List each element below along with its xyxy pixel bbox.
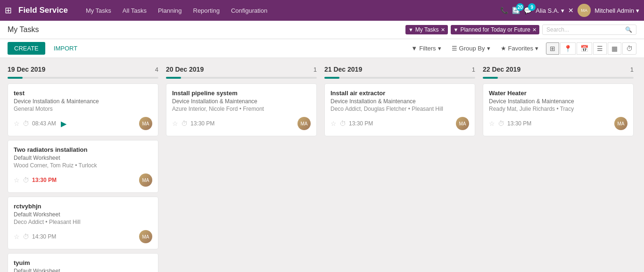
task-title-0-3: tyuim [14,259,152,266]
view-calendar[interactable]: 📅 [577,42,592,55]
favorites-caret: ▾ [535,45,538,52]
task-footer-left-2-0: ☆⏱13:30 PM [330,120,373,127]
task-footer-left-0-1: ☆⏱13:30 PM [14,176,57,184]
task-footer-left-1-0: ☆⏱13:30 PM [172,120,215,127]
task-card-2-0[interactable]: Install air extractorDevice Installation… [324,83,475,136]
task-avatar-0-0: MA [139,117,152,130]
toolbar: CREATE IMPORT ▼ Filters ▾ ☰ Group By ▾ ★… [0,39,644,58]
groupby-dropdown[interactable]: ☰ Group By ▾ [449,43,493,54]
column-date-2: 21 Dec 2019 [324,66,362,73]
admin-avatar[interactable]: MA [578,4,591,17]
task-subtitle-0-1: Default Worksheet [14,155,152,161]
task-time-0-1: 13:30 PM [32,177,57,183]
page-title: My Tasks [8,25,39,34]
nav-reporting[interactable]: Reporting [189,4,224,17]
brand-title: Field Service [18,6,68,15]
import-button[interactable]: IMPORT [49,42,82,55]
view-buttons: ⊞ 📍 📅 ☰ ▦ ⏱ [546,42,636,55]
star-icon-0-1[interactable]: ☆ [14,176,20,184]
task-footer-3-0: ☆⏱13:30 PMMA [489,117,627,130]
close-icon[interactable]: ✕ [568,7,574,14]
search-icon[interactable]: 🔍 [625,26,632,33]
column-header-1: 20 Dec 20191 [166,66,317,73]
sub-header: My Tasks ▼ My Tasks ✕ ▼ Planned for Toda… [0,21,644,39]
toolbar-left: CREATE IMPORT [8,42,82,55]
filter-bar: ▼ My Tasks ✕ ▼ Planned for Today or Futu… [405,25,636,35]
kanban-column-0: 19 Dec 20194testDevice Installation & Ma… [8,66,158,272]
star-icon-0-2[interactable]: ☆ [14,233,20,240]
task-footer-0-1: ☆⏱13:30 PMMA [14,173,152,187]
task-location-1-0: Azure Interior, Nicole Ford • Fremont [172,106,311,112]
nav-all-tasks[interactable]: All Tasks [118,4,151,17]
admin-initials: MA [581,8,587,13]
admin-dropdown[interactable]: Mitchell Admin ▾ [594,7,639,14]
filter-tag-my-tasks[interactable]: ▼ My Tasks ✕ [405,25,448,34]
clock-icon-2-0: ⏱ [339,120,346,127]
admin-name: Mitchell Admin [594,7,634,14]
task-location-2-0: Deco Addict, Douglas Fletcher • Pleasant… [330,106,469,112]
star-icon-0-0[interactable]: ☆ [14,120,20,127]
column-count-3: 1 [630,66,634,73]
star-icon-1-0[interactable]: ☆ [172,120,178,127]
task-card-0-0[interactable]: testDevice Installation & MaintenanceGen… [8,83,158,136]
nav-configuration[interactable]: Configuration [226,4,272,17]
task-avatar-0-1: MA [139,173,152,187]
phone-icon[interactable]: 📞 [500,7,508,14]
task-footer-left-0-2: ☆⏱14:30 PM [14,233,56,240]
task-avatar-1-0: MA [297,117,311,130]
task-card-0-3[interactable]: tyuimDefault WorksheetAzure Interior • F… [8,253,158,272]
admin-caret: ▾ [636,7,639,14]
nav-my-tasks[interactable]: My Tasks [81,4,116,17]
filter-tag-planned[interactable]: ▼ Planned for Today or Future ✕ [451,25,539,34]
nav-icons: 📞 🔄 20 💬 9 Alia S.A. ▾ ✕ MA Mitchell Adm… [500,4,639,17]
user-dropdown[interactable]: Alia S.A. ▾ [536,7,564,14]
clock-icon-0-0: ⏱ [23,120,29,127]
apps-icon[interactable]: ⊞ [5,5,12,16]
user-name: Alia S.A. [536,7,559,14]
search-box[interactable]: Search... 🔍 [542,25,636,35]
task-footer-left-3-0: ☆⏱13:30 PM [489,120,531,127]
groupby-icon: ☰ [452,45,457,52]
view-map[interactable]: 📍 [560,42,576,55]
task-footer-0-2: ☆⏱14:30 PMMA [14,230,152,243]
column-date-1: 20 Dec 2019 [166,66,204,73]
nav-planning[interactable]: Planning [153,4,187,17]
filters-dropdown[interactable]: ▼ Filters ▾ [408,43,444,54]
clock-icon-0-2: ⏱ [23,233,29,240]
task-subtitle-0-0: Device Installation & Maintenance [14,98,152,105]
column-count-2: 1 [472,66,475,73]
star-icon-3-0[interactable]: ☆ [489,120,495,127]
filter-planned-close[interactable]: ✕ [532,27,537,33]
view-list[interactable]: ☰ [593,42,607,55]
favorites-dropdown[interactable]: ★ Favorites ▾ [498,43,541,54]
play-btn-0-0[interactable]: ▶ [61,119,66,128]
chat-badge: 9 [528,3,536,11]
nav-links: My Tasks All Tasks Planning Reporting Co… [81,4,496,17]
task-time-1-0: 13:30 PM [190,120,215,127]
search-placeholder: Search... [546,26,569,33]
column-date-3: 22 Dec 2019 [483,66,520,73]
task-title-1-0: Install pipeline system [172,90,311,97]
task-card-3-0[interactable]: Water HeaterDevice Installation & Mainte… [483,83,634,136]
task-card-1-0[interactable]: Install pipeline systemDevice Installati… [166,83,317,136]
refresh-icon[interactable]: 🔄 20 [512,6,520,15]
filter-my-tasks-close[interactable]: ✕ [441,27,445,33]
task-location-0-2: Deco Addict • Pleasant Hill [14,219,152,225]
task-card-0-2[interactable]: rctvybhjnDefault WorksheetDeco Addict • … [8,197,158,249]
toolbar-right: ▼ Filters ▾ ☰ Group By ▾ ★ Favorites ▾ ⊞… [408,42,636,55]
view-table[interactable]: ▦ [608,42,621,55]
task-card-0-1[interactable]: Two radiators installationDefault Worksh… [8,140,158,193]
task-footer-left-0-0: ☆⏱08:43 AM▶ [14,119,66,128]
create-button[interactable]: CREATE [8,42,45,55]
view-activity[interactable]: ⏱ [622,42,636,55]
chat-icon[interactable]: 💬 9 [524,6,532,15]
kanban-column-3: 22 Dec 20191Water HeaterDevice Installat… [483,66,634,272]
top-nav: ⊞ Field Service My Tasks All Tasks Plann… [0,0,644,21]
task-title-3-0: Water Heater [489,90,627,97]
task-footer-2-0: ☆⏱13:30 PMMA [330,117,469,130]
task-avatar-0-2: MA [139,230,152,243]
kanban-column-1: 20 Dec 20191Install pipeline systemDevic… [166,66,317,272]
star-icon-2-0[interactable]: ☆ [330,120,337,127]
column-header-2: 21 Dec 20191 [324,66,475,73]
view-kanban[interactable]: ⊞ [546,42,559,55]
